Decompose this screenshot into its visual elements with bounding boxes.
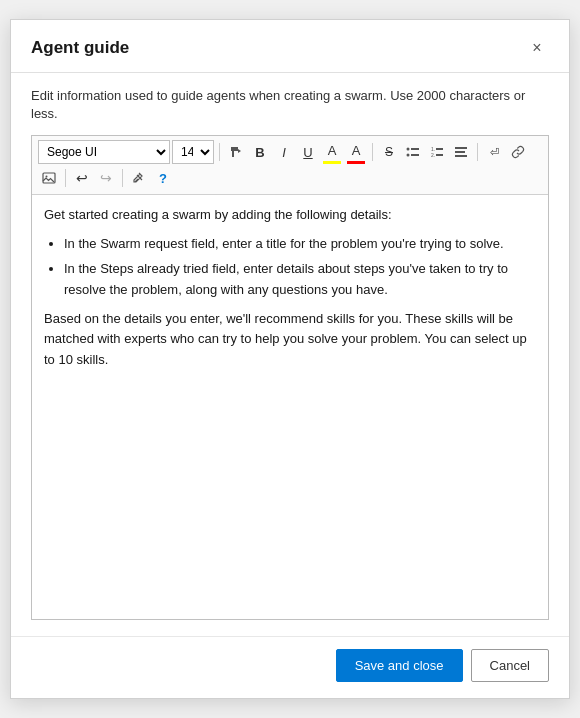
- svg-rect-1: [411, 148, 419, 150]
- dialog-title: Agent guide: [31, 38, 129, 58]
- font-color-indicator: [347, 161, 365, 164]
- description-text: Edit information used to guide agents wh…: [31, 87, 549, 123]
- editor-paragraph-1: Get started creating a swarm by adding t…: [44, 205, 536, 226]
- toolbar-separator-5: [122, 169, 123, 187]
- svg-rect-8: [455, 147, 467, 149]
- italic-button[interactable]: I: [273, 140, 295, 164]
- paint-format-button[interactable]: [225, 140, 247, 164]
- editor-bullet-list: In the Swarm request field, enter a titl…: [64, 234, 536, 300]
- svg-rect-7: [436, 154, 443, 156]
- redo-button[interactable]: ↪: [95, 166, 117, 190]
- image-button[interactable]: [38, 166, 60, 190]
- svg-point-12: [46, 176, 48, 178]
- agent-guide-dialog: Agent guide × Edit information used to g…: [10, 19, 570, 699]
- editor-bullet-1: In the Swarm request field, enter a titl…: [64, 234, 536, 255]
- editor-bullet-2: In the Steps already tried field, enter …: [64, 259, 536, 301]
- svg-point-2: [407, 154, 410, 157]
- toolbar-separator-3: [477, 143, 478, 161]
- svg-rect-10: [455, 155, 467, 157]
- editor-paragraph-2: Based on the details you enter, we'll re…: [44, 309, 536, 371]
- close-button[interactable]: ×: [525, 36, 549, 60]
- rich-text-editor: Segoe UI Arial Times New Roman Courier N…: [31, 135, 549, 620]
- clear-format-button[interactable]: [128, 166, 150, 190]
- hyperlink-button[interactable]: [507, 140, 529, 164]
- highlight-button[interactable]: A: [321, 140, 343, 164]
- line-break-button[interactable]: ⏎: [483, 140, 505, 164]
- bullets-button[interactable]: [402, 140, 424, 164]
- editor-content-area[interactable]: Get started creating a swarm by adding t…: [32, 195, 548, 619]
- underline-button[interactable]: U: [297, 140, 319, 164]
- font-size-select[interactable]: 8910 111214 161820: [172, 140, 214, 164]
- svg-rect-5: [436, 148, 443, 150]
- editor-toolbar: Segoe UI Arial Times New Roman Courier N…: [32, 136, 548, 195]
- svg-rect-3: [411, 154, 419, 156]
- font-color-button[interactable]: A: [345, 140, 367, 164]
- dialog-header: Agent guide ×: [11, 20, 569, 73]
- cancel-button[interactable]: Cancel: [471, 649, 549, 682]
- undo-button[interactable]: ↩: [71, 166, 93, 190]
- toolbar-separator-1: [219, 143, 220, 161]
- toolbar-separator-4: [65, 169, 66, 187]
- bold-button[interactable]: B: [249, 140, 271, 164]
- svg-point-0: [407, 148, 410, 151]
- svg-text:2.: 2.: [431, 152, 435, 158]
- save-close-button[interactable]: Save and close: [336, 649, 463, 682]
- dialog-body: Edit information used to guide agents wh…: [11, 73, 569, 636]
- align-button[interactable]: [450, 140, 472, 164]
- highlight-color-indicator: [323, 161, 341, 164]
- strikethrough-button[interactable]: S: [378, 140, 400, 164]
- numbering-button[interactable]: 1. 2.: [426, 140, 448, 164]
- svg-rect-9: [455, 151, 465, 153]
- font-family-select[interactable]: Segoe UI Arial Times New Roman Courier N…: [38, 140, 170, 164]
- toolbar-separator-2: [372, 143, 373, 161]
- help-button[interactable]: ?: [152, 166, 174, 190]
- dialog-footer: Save and close Cancel: [11, 636, 569, 698]
